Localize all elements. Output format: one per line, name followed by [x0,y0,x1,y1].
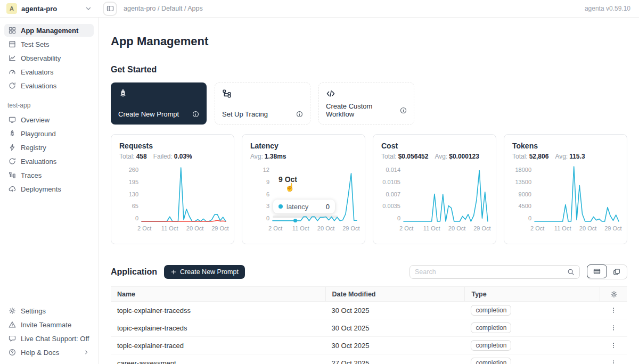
sidebar-item-label: Overview [21,116,50,124]
get-started-card-label: Create Custom Workflow [326,102,400,118]
sidebar-item-overview[interactable]: Overview [4,113,94,126]
sidebar-item-label: Live Chat Support: Off [21,335,89,343]
evaluations-icon [9,158,16,165]
sidebar-item-observability[interactable]: Observability [4,52,94,64]
search-icon[interactable] [567,268,575,276]
y-tick-label: 13500 [515,179,531,185]
table-header: Name Date Modified Type [111,286,627,302]
sidebar-app-section-label: test-app [7,102,94,109]
column-header-date-modified: Date Modified [325,287,465,301]
series-failed [142,220,226,221]
chart-stats: Total:$0.056452Avg:$0.000123 [381,153,488,160]
y-tick-label: 12 [263,167,269,173]
card-view-button[interactable] [607,265,627,279]
sidebar-item-evaluations[interactable]: Evaluations [4,155,94,168]
column-header-name: Name [111,287,325,301]
chart-title: Cost [381,142,488,150]
table-view-button[interactable] [587,264,607,278]
sidebar-item-label: Traces [21,171,42,179]
info-icon[interactable] [192,111,199,118]
chat-icon [9,335,16,342]
row-actions-button[interactable] [610,359,617,364]
stat-label: Total: [119,153,135,160]
workspace-switcher[interactable]: A agenta-pro [0,3,99,14]
version-label: agenta v0.59.10 [585,5,630,12]
chart-card-requests: RequestsTotal:458Failed:0.03%26019513065… [111,134,234,244]
rocket-icon [9,130,16,137]
chart-stats: Avg:1.38ms [250,153,357,160]
stat-label: Avg: [555,153,568,160]
table-view-icon [593,268,601,275]
y-tick-label: 0 [266,215,269,221]
get-started-card-set-up-tracing[interactable]: Set Up Tracing [215,82,310,125]
info-icon[interactable] [400,107,407,114]
sidebar-item-deployments[interactable]: Deployments [4,183,94,195]
sidebar-item-label: Test Sets [21,40,49,48]
table-row[interactable]: topic-explainer-traced30 Oct 2025complet… [111,337,627,354]
sidebar-item-live-chat-support-off[interactable]: Live Chat Support: Off [4,332,94,345]
y-axis: 129630 [250,167,273,221]
stat-value: 0.03% [174,153,192,160]
sidebar-item-evaluations[interactable]: Evaluations [4,79,94,92]
y-tick-label: 130 [129,191,138,197]
applications-table: Name Date Modified Type topic-explainer-… [111,286,627,364]
row-actions-button[interactable] [610,342,617,349]
x-tick-label: 20 Oct [448,225,465,231]
x-tick-label: 20 Oct [317,225,334,231]
table-row[interactable]: topic-explainer-traceds30 Oct 2025comple… [111,319,627,337]
row-actions-button[interactable] [610,307,617,314]
dots-vertical-icon [610,307,617,314]
sidebar-item-label: Help & Docs [21,349,59,357]
gear-icon [9,307,16,315]
cell-name: topic-explainer-traced [111,342,325,350]
y-tick-label: 0.014 [386,167,400,173]
sidebar-item-help-docs[interactable]: Help & Docs [4,346,94,359]
plus-icon [170,269,177,275]
x-tick-label: 11 Oct [423,225,440,231]
table-settings-button[interactable] [600,287,627,301]
table-row[interactable]: topic-explainer-tracedss30 Oct 2025compl… [111,302,627,319]
sidebar-item-settings[interactable]: Settings [4,304,94,317]
help-icon [9,349,16,356]
get-started-cards: Create New PromptSet Up TracingCreate Cu… [111,82,627,125]
get-started-card-create-new-prompt[interactable]: Create New Prompt [111,82,207,125]
view-toggle [587,264,627,279]
y-tick-label: 6 [266,191,269,197]
cell-date-modified: 30 Oct 2025 [325,324,465,332]
search-input[interactable] [415,268,567,276]
x-tick-label: 2 Oct [137,225,151,231]
test-sets-icon [9,40,16,48]
row-actions-button[interactable] [610,324,617,332]
sidebar-item-registry[interactable]: Registry [4,141,94,154]
table-row[interactable]: career-assessment27 Oct 2025completion [111,354,627,364]
legend-dot [278,204,283,209]
tooltip-value: 0 [326,203,330,211]
app-root: A agenta-pro agenta-pro / Default / Apps… [0,0,639,364]
x-tick-label: 20 Oct [186,225,203,231]
get-started-heading: Get Started [111,65,627,75]
sidebar-item-playground[interactable]: Playground [4,127,94,140]
breadcrumb: agenta-pro / Default / Apps [124,5,203,12]
y-tick-label: 0.007 [386,191,400,197]
get-started-card-create-custom-workflow[interactable]: Create Custom Workflow [318,82,414,125]
x-axis: 2 Oct11 Oct20 Oct29 Oct [535,225,619,233]
stat-value: $0.056452 [398,153,429,160]
cell-date-modified: 27 Oct 2025 [325,359,465,364]
sidebar-item-evaluators[interactable]: Evaluators [4,65,94,78]
info-icon[interactable] [296,111,303,118]
sidebar-item-app-management[interactable]: App Management [4,24,94,37]
create-new-prompt-button[interactable]: Create New Prompt [164,265,245,279]
create-new-prompt-label: Create New Prompt [180,268,239,276]
sidebar-item-invite-teammate[interactable]: Invite Teammate [4,318,94,331]
sidebar-app-nav: OverviewPlaygroundRegistryEvaluationsTra… [4,113,94,195]
sidebar-item-traces[interactable]: Traces [4,169,94,181]
y-tick-label: 65 [132,203,138,209]
sidebar-item-label: Evaluators [21,68,53,76]
x-tick-label: 11 Oct [161,225,178,231]
x-axis: 2 Oct11 Oct20 Oct29 Oct [273,225,357,233]
cell-type: completion [464,358,600,364]
sidebar-collapse-button[interactable] [103,2,117,16]
chart-card-latency: LatencyAvg:1.38ms1296302 Oct11 Oct20 Oct… [242,134,365,244]
sidebar: App ManagementTest SetsObservabilityEval… [0,18,99,364]
sidebar-item-test-sets[interactable]: Test Sets [4,38,94,51]
